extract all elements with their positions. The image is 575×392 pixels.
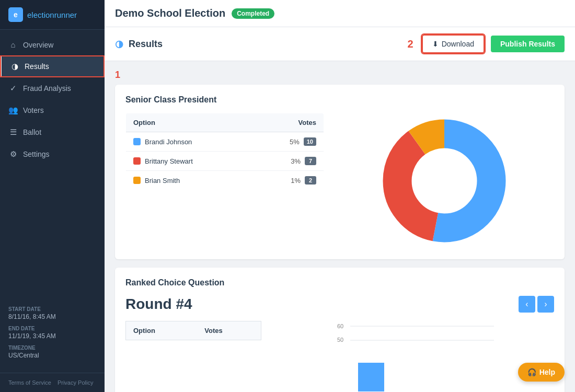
voters-icon: 👥: [8, 106, 18, 115]
sidebar-meta: START DATE 8/11/16, 8:45 AM END DATE 11/…: [0, 298, 105, 373]
download-label: Download: [442, 40, 474, 48]
ranked-option-header: Option: [126, 321, 198, 340]
table-row: Brittany Stewart 3% 7: [126, 152, 324, 171]
end-date-value: 11/1/19, 3:45 AM: [8, 332, 96, 340]
election-title: Demo School Election: [115, 7, 225, 19]
vote-count-badge: 10: [304, 137, 316, 146]
option-column-header: Option: [126, 113, 253, 132]
results-actions: 2 ⬇ Download Publish Results: [408, 34, 565, 53]
sidebar-item-fraud-analysis[interactable]: ✓ Fraud Analysis: [0, 77, 105, 99]
votes-cell: 5% 10: [253, 132, 324, 152]
svg-text:50: 50: [337, 337, 343, 343]
bar-chart: 60 50: [277, 321, 554, 392]
status-badge: Completed: [232, 8, 274, 19]
content-area: 1 Senior Class President Option Votes: [105, 61, 575, 392]
checkmark-icon: ✓: [8, 84, 18, 93]
logo-name-part1: election: [27, 10, 54, 19]
svg-text:60: 60: [337, 323, 343, 329]
ranked-table-wrap: Option Votes: [125, 321, 261, 392]
vote-percentage: 1%: [291, 177, 301, 185]
svg-point-3: [416, 152, 473, 210]
ballot-icon: ☰: [8, 128, 18, 137]
results-table: Option Votes Brandi Johnson 5% 10: [125, 113, 324, 190]
start-date-label: START DATE: [8, 306, 96, 312]
round-navigation: ‹ ›: [519, 296, 554, 313]
ranked-choice-card: Ranked Choice Question Round #4 ‹ › Opti…: [115, 268, 565, 392]
terms-of-service-link[interactable]: Terms of Service: [8, 379, 51, 386]
main-content: Demo School Election Completed ◑ Results…: [105, 0, 575, 392]
vote-percentage: 5%: [290, 138, 300, 146]
sidebar-item-voters[interactable]: 👥 Voters: [0, 99, 105, 121]
logo-name-part2: runner: [54, 10, 77, 19]
candidate-name: Brandi Johnson: [145, 138, 192, 146]
sidebar-item-label: Voters: [23, 106, 44, 114]
sidebar-logo: e electionrunner: [0, 0, 105, 30]
sidebar-item-ballot[interactable]: ☰ Ballot: [0, 121, 105, 143]
candidate-name: Brian Smith: [145, 177, 180, 185]
votes-cell: 1% 2: [253, 171, 324, 190]
download-icon: ⬇: [432, 40, 439, 48]
logo-icon: e: [8, 7, 23, 22]
step1-badge: 1: [115, 70, 120, 80]
round-title: Round #4: [125, 296, 192, 313]
ranked-votes-header: Votes: [197, 321, 261, 340]
settings-icon: ⚙: [8, 149, 18, 159]
ranked-table: Option Votes: [125, 321, 261, 340]
sidebar-navigation: ⌂ Overview ◑ Results ✓ Fraud Analysis 👥 …: [0, 30, 105, 298]
publish-label: Publish Results: [500, 40, 555, 48]
timezone-value: US/Central: [8, 352, 96, 359]
votes-column-header: Votes: [253, 113, 324, 132]
results-table-wrap: Option Votes Brandi Johnson 5% 10: [125, 113, 324, 190]
senior-class-title: Senior Class President: [125, 95, 554, 105]
candidate-name: Brittany Stewart: [145, 157, 193, 165]
end-date-label: END DATE: [8, 326, 96, 331]
round-next-button[interactable]: ›: [537, 296, 554, 313]
senior-class-card: Senior Class President Option Votes: [115, 85, 565, 259]
sidebar-item-label: Settings: [23, 150, 50, 158]
candidate-cell: Brandi Johnson: [126, 132, 253, 152]
vote-percentage: 3%: [291, 157, 301, 165]
table-row: Brian Smith 1% 2: [126, 171, 324, 190]
sidebar-item-label: Overview: [23, 41, 53, 49]
timezone-label: TIMEZONE: [8, 345, 96, 351]
bar-chart-wrap: 60 50: [272, 321, 554, 392]
donut-chart-wrap: [335, 113, 554, 249]
start-date-value: 8/11/16, 8:45 AM: [8, 313, 96, 320]
privacy-policy-link[interactable]: Privacy Policy: [58, 379, 93, 386]
sidebar-footer: Terms of Service Privacy Policy: [0, 373, 105, 392]
download-button[interactable]: ⬇ Download: [422, 34, 485, 53]
logo-text: electionrunner: [27, 10, 77, 19]
step2-badge: 2: [408, 38, 413, 50]
sidebar: e electionrunner ⌂ Overview ◑ Results ✓ …: [0, 0, 105, 392]
ranked-section: Option Votes 60 50: [125, 321, 554, 392]
ranked-choice-title: Ranked Choice Question: [125, 278, 554, 287]
publish-results-button[interactable]: Publish Results: [491, 36, 565, 52]
sidebar-item-label: Ballot: [23, 128, 41, 136]
sidebar-item-results[interactable]: ◑ Results: [0, 55, 105, 77]
step1-area: 1: [115, 70, 565, 80]
bar-segment: [358, 363, 384, 391]
results-icon: ◑: [10, 62, 19, 71]
candidate-cell: Brittany Stewart: [126, 152, 253, 171]
help-label: Help: [539, 368, 555, 376]
home-icon: ⌂: [8, 40, 18, 49]
sidebar-item-settings[interactable]: ⚙ Settings: [0, 143, 105, 165]
top-header: Demo School Election Completed: [105, 0, 575, 27]
candidate-color: [133, 157, 141, 165]
sidebar-item-label: Results: [25, 62, 49, 71]
results-header: ◑ Results 2 ⬇ Download Publish Results: [105, 27, 575, 61]
round-prev-button[interactable]: ‹: [519, 296, 535, 313]
results-heading: Results: [129, 39, 163, 50]
sidebar-item-overview[interactable]: ⌂ Overview: [0, 34, 105, 55]
candidate-color: [133, 177, 141, 184]
help-button[interactable]: 🎧 Help: [518, 363, 565, 382]
votes-cell: 3% 7: [253, 152, 324, 171]
table-row: Brandi Johnson 5% 10: [126, 132, 324, 152]
vote-count-badge: 7: [305, 157, 316, 165]
results-section: Option Votes Brandi Johnson 5% 10: [125, 113, 554, 249]
candidate-cell: Brian Smith: [126, 171, 253, 190]
round-header: Round #4 ‹ ›: [125, 296, 554, 313]
sidebar-item-label: Fraud Analysis: [23, 84, 71, 93]
pie-chart-icon: ◑: [115, 38, 123, 50]
vote-count-badge: 2: [305, 176, 316, 185]
